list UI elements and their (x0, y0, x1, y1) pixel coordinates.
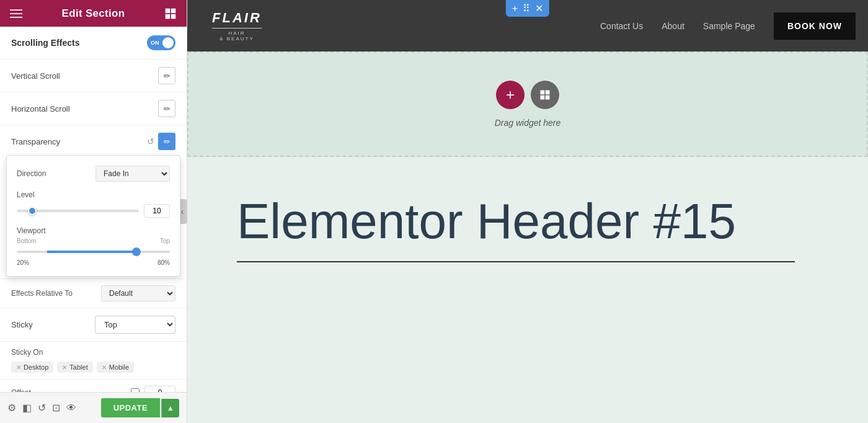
level-control: 10 (17, 204, 170, 218)
drag-widget-btn[interactable] (531, 81, 559, 109)
level-value-input[interactable]: 10 (144, 204, 170, 218)
nav-about[interactable]: About (662, 21, 684, 31)
transparency-label: Transparency (11, 137, 60, 146)
direction-select[interactable]: Fade In Fade Out (95, 166, 170, 182)
sticky-label: Sticky (11, 320, 33, 329)
viewport-minmax: Bottom Top (17, 238, 170, 244)
svg-rect-9 (541, 96, 545, 100)
history-btn[interactable]: ↺ (38, 402, 46, 414)
logo-separator (212, 28, 262, 29)
direction-label: Direction (17, 169, 46, 178)
preview-content: Elementor Header #15 (187, 157, 868, 287)
drag-add-btn[interactable]: + (496, 81, 525, 109)
section-close-btn[interactable]: ✕ (535, 2, 543, 14)
logo-flair: FLAIR (212, 10, 262, 26)
move-icon: ⠿ (523, 2, 530, 14)
svg-rect-8 (546, 91, 550, 95)
effects-relative-label: Effects Relative To (11, 289, 73, 298)
close-icon: ✕ (535, 2, 543, 14)
drag-btns: + (496, 81, 559, 109)
effects-relative-row: Effects Relative To Default Viewport Sec… (0, 278, 187, 308)
tag-tablet-label: Tablet (69, 363, 87, 371)
left-panel: Edit Section Scrolling Effects ON Vertic… (0, 0, 187, 423)
tag-tablet-remove[interactable]: ✕ (62, 364, 67, 371)
logo-box: FLAIR HAIR & BEAUTY (200, 6, 274, 46)
transparency-edit-btn[interactable]: ✏ (158, 133, 175, 150)
svg-rect-2 (10, 17, 22, 18)
tag-mobile-label: Mobile (109, 363, 129, 371)
preview-divider (237, 261, 795, 262)
update-button[interactable]: UPDATE (101, 398, 160, 417)
horizontal-scroll-edit-btn[interactable]: ✏ (158, 100, 175, 117)
panel-title: Edit Section (62, 7, 125, 20)
transparency-actions: ↺ ✏ (147, 133, 175, 150)
grid-icon[interactable] (164, 7, 177, 20)
svg-rect-5 (166, 14, 170, 19)
tag-mobile: ✕ Mobile (97, 362, 134, 373)
sticky-on-row: Sticky On ✕ Desktop ✕ Tablet ✕ Mobile (0, 341, 187, 379)
section-add-btn[interactable]: + (512, 3, 518, 14)
level-section: Level 10 (17, 190, 170, 218)
panel-header: Edit Section (0, 0, 187, 27)
tag-desktop-remove[interactable]: ✕ (16, 364, 21, 371)
right-panel: + ⠿ ✕ FLAIR HAIR & BEAUTY Contact Us Abo… (187, 0, 868, 423)
svg-rect-0 (10, 9, 22, 11)
logo-area: FLAIR HAIR & BEAUTY (200, 6, 274, 46)
update-btn-wrapper: UPDATE ▲ (101, 398, 179, 417)
sticky-on-label: Sticky On (11, 348, 175, 357)
level-slider[interactable] (17, 210, 139, 212)
level-label: Level (17, 190, 170, 199)
plus-icon: + (512, 3, 518, 14)
drag-label: Drag widget here (495, 118, 561, 128)
toolbar-left: ⚙ ◧ ↺ ⊡ 👁 (7, 402, 76, 414)
horizontal-scroll-label: Horizontal Scroll (11, 104, 70, 114)
sticky-select[interactable]: None Top Bottom (95, 316, 175, 334)
sticky-row: Sticky None Top Bottom (0, 308, 187, 341)
svg-rect-4 (171, 8, 176, 13)
drag-widget-area: + Drag widget here (187, 51, 868, 157)
transparency-popup: Direction Fade In Fade Out Level 10 View… (6, 155, 180, 277)
viewport-max-value: 80% (157, 259, 170, 266)
svg-rect-6 (171, 14, 176, 19)
svg-rect-1 (10, 13, 22, 14)
horizontal-scroll-row: Horizontal Scroll ✏ (0, 92, 187, 125)
tag-mobile-remove[interactable]: ✕ (102, 364, 107, 371)
viewport-bottom-label: Bottom (17, 238, 37, 244)
viewport-slider[interactable] (17, 251, 170, 253)
section-move-btn[interactable]: ⠿ (523, 2, 530, 14)
viewport-range-wrapper (17, 246, 170, 258)
nav-book-btn[interactable]: BOOK NOW (774, 12, 856, 40)
layers-btn[interactable]: ◧ (22, 402, 32, 414)
hamburger-icon[interactable] (10, 7, 22, 20)
scrolling-effects-row: Scrolling Effects ON (0, 27, 187, 60)
transparency-row: Transparency ↺ ✏ Direction Fade In Fade … (0, 125, 187, 158)
tag-tablet: ✕ Tablet (57, 362, 92, 373)
nav-links: Contact Us About Sample Page BOOK NOW (600, 12, 856, 40)
vertical-scroll-edit-btn[interactable]: ✏ (158, 67, 175, 84)
tag-desktop-label: Desktop (24, 363, 48, 371)
scrolling-effects-label: Scrolling Effects (11, 38, 79, 48)
viewport-section: Viewport Bottom Top 20% 80% (17, 226, 170, 266)
update-arrow-btn[interactable]: ▲ (161, 399, 179, 417)
nav-sample[interactable]: Sample Page (703, 21, 755, 31)
transparency-reset-btn[interactable]: ↺ (147, 136, 154, 146)
preview-heading: Elementor Header #15 (237, 194, 818, 249)
sticky-on-tags: ✕ Desktop ✕ Tablet ✕ Mobile (11, 362, 175, 373)
nav-contact[interactable]: Contact Us (600, 21, 643, 31)
viewport-label: Viewport (17, 226, 170, 235)
responsive-btn[interactable]: ⊡ (52, 402, 60, 414)
scrolling-effects-toggle[interactable]: ON (147, 35, 175, 50)
vertical-scroll-label: Vertical Scroll (11, 71, 60, 81)
svg-rect-3 (166, 8, 170, 13)
settings-btn[interactable]: ⚙ (7, 402, 16, 414)
effects-relative-select[interactable]: Default Viewport Section (101, 285, 175, 301)
top-controls-bar: + ⠿ ✕ (506, 0, 549, 17)
toggle-on-label: ON (151, 40, 159, 46)
vertical-scroll-row: Vertical Scroll ✏ (0, 60, 187, 92)
svg-rect-7 (541, 91, 545, 95)
tag-desktop: ✕ Desktop (11, 362, 53, 373)
svg-rect-10 (546, 96, 550, 100)
logo-sub2: & BEAUTY (219, 36, 254, 42)
hide-btn[interactable]: 👁 (66, 403, 76, 414)
viewport-min-value: 20% (17, 259, 29, 266)
